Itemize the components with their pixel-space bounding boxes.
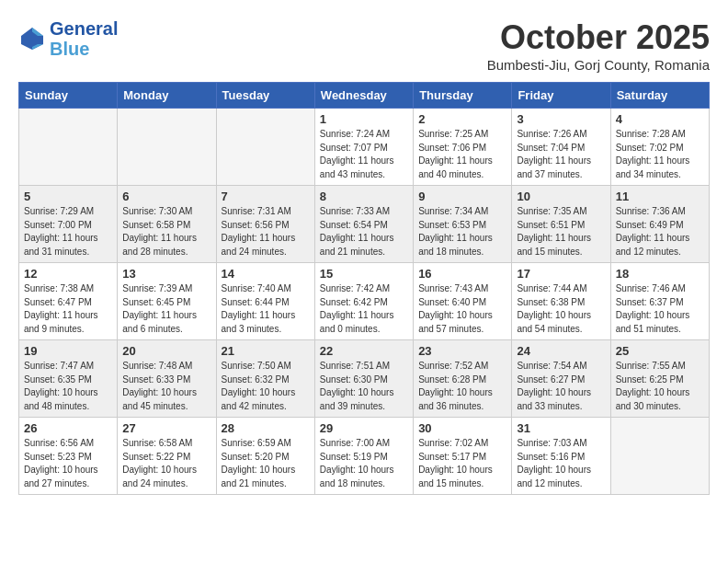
weekday-header-monday: Monday — [118, 83, 216, 109]
day-number: 23 — [418, 344, 506, 358]
weekday-header-tuesday: Tuesday — [216, 83, 314, 109]
day-number: 18 — [616, 267, 704, 281]
day-number: 7 — [222, 190, 310, 203]
week-row-3: 12Sunrise: 7:38 AM Sunset: 6:47 PM Dayli… — [19, 263, 710, 340]
weekday-header-saturday: Saturday — [610, 83, 709, 109]
day-number: 5 — [24, 190, 112, 203]
calendar-cell: 9Sunrise: 7:34 AM Sunset: 6:53 PM Daylig… — [414, 186, 512, 263]
calendar-cell — [610, 418, 709, 495]
day-info: Sunrise: 7:42 AM Sunset: 6:42 PM Dayligh… — [320, 282, 408, 336]
day-info: Sunrise: 7:40 AM Sunset: 6:44 PM Dayligh… — [222, 282, 310, 336]
calendar-cell — [19, 109, 118, 186]
day-info: Sunrise: 7:00 AM Sunset: 5:19 PM Dayligh… — [320, 437, 408, 490]
calendar-cell: 10Sunrise: 7:35 AM Sunset: 6:51 PM Dayli… — [512, 186, 610, 263]
day-number: 31 — [517, 421, 605, 435]
day-number: 12 — [24, 267, 112, 281]
day-number: 19 — [24, 344, 112, 358]
calendar-cell: 27Sunrise: 6:58 AM Sunset: 5:22 PM Dayli… — [118, 418, 216, 495]
day-info: Sunrise: 7:34 AM Sunset: 6:53 PM Dayligh… — [418, 205, 506, 259]
day-info: Sunrise: 7:36 AM Sunset: 6:49 PM Dayligh… — [616, 205, 704, 259]
calendar-cell: 26Sunrise: 6:56 AM Sunset: 5:23 PM Dayli… — [19, 418, 118, 495]
day-info: Sunrise: 7:02 AM Sunset: 5:17 PM Dayligh… — [418, 437, 506, 490]
day-info: Sunrise: 7:25 AM Sunset: 7:06 PM Dayligh… — [418, 128, 506, 181]
day-info: Sunrise: 6:58 AM Sunset: 5:22 PM Dayligh… — [122, 437, 210, 490]
calendar-cell: 14Sunrise: 7:40 AM Sunset: 6:44 PM Dayli… — [216, 263, 314, 340]
location-subtitle: Bumbesti-Jiu, Gorj County, Romania — [487, 57, 710, 73]
calendar-cell: 29Sunrise: 7:00 AM Sunset: 5:19 PM Dayli… — [314, 418, 413, 495]
calendar-cell: 19Sunrise: 7:47 AM Sunset: 6:35 PM Dayli… — [19, 340, 118, 418]
calendar-cell — [216, 109, 314, 186]
day-info: Sunrise: 7:46 AM Sunset: 6:37 PM Dayligh… — [616, 282, 704, 336]
day-info: Sunrise: 7:54 AM Sunset: 6:27 PM Dayligh… — [517, 360, 605, 413]
day-info: Sunrise: 7:31 AM Sunset: 6:56 PM Dayligh… — [222, 205, 310, 259]
calendar-cell: 2Sunrise: 7:25 AM Sunset: 7:06 PM Daylig… — [414, 109, 512, 186]
day-number: 8 — [320, 190, 408, 203]
day-info: Sunrise: 7:43 AM Sunset: 6:40 PM Dayligh… — [418, 282, 506, 336]
day-number: 24 — [517, 344, 605, 358]
calendar-cell: 24Sunrise: 7:54 AM Sunset: 6:27 PM Dayli… — [512, 340, 610, 418]
calendar-cell: 13Sunrise: 7:39 AM Sunset: 6:45 PM Dayli… — [118, 263, 216, 340]
day-info: Sunrise: 7:33 AM Sunset: 6:54 PM Dayligh… — [320, 205, 408, 259]
calendar-cell: 25Sunrise: 7:55 AM Sunset: 6:25 PM Dayli… — [610, 340, 709, 418]
day-number: 17 — [517, 267, 605, 281]
page: General Blue October 2025 Bumbesti-Jiu, … — [0, 0, 728, 513]
day-number: 3 — [517, 112, 605, 126]
calendar-cell: 8Sunrise: 7:33 AM Sunset: 6:54 PM Daylig… — [314, 186, 413, 263]
month-title: October 2025 — [487, 18, 710, 57]
logo-text: General Blue — [50, 18, 118, 59]
day-info: Sunrise: 7:26 AM Sunset: 7:04 PM Dayligh… — [517, 128, 605, 181]
day-info: Sunrise: 7:52 AM Sunset: 6:28 PM Dayligh… — [418, 360, 506, 413]
weekday-header-sunday: Sunday — [19, 83, 118, 109]
day-info: Sunrise: 7:35 AM Sunset: 6:51 PM Dayligh… — [517, 205, 605, 259]
day-info: Sunrise: 7:29 AM Sunset: 7:00 PM Dayligh… — [24, 205, 112, 259]
calendar-table: SundayMondayTuesdayWednesdayThursdayFrid… — [18, 82, 710, 495]
day-number: 14 — [222, 267, 310, 281]
logo: General Blue — [18, 18, 118, 59]
day-info: Sunrise: 7:24 AM Sunset: 7:07 PM Dayligh… — [320, 128, 408, 181]
day-info: Sunrise: 7:51 AM Sunset: 6:30 PM Dayligh… — [320, 360, 408, 413]
day-info: Sunrise: 7:47 AM Sunset: 6:35 PM Dayligh… — [24, 360, 112, 413]
weekday-header-wednesday: Wednesday — [314, 83, 413, 109]
day-info: Sunrise: 7:39 AM Sunset: 6:45 PM Dayligh… — [122, 282, 210, 336]
calendar-cell: 11Sunrise: 7:36 AM Sunset: 6:49 PM Dayli… — [610, 186, 709, 263]
day-info: Sunrise: 7:55 AM Sunset: 6:25 PM Dayligh… — [616, 360, 704, 413]
day-number: 21 — [222, 344, 310, 358]
day-number: 27 — [122, 421, 210, 435]
calendar-cell: 21Sunrise: 7:50 AM Sunset: 6:32 PM Dayli… — [216, 340, 314, 418]
day-number: 9 — [418, 190, 506, 203]
day-info: Sunrise: 7:30 AM Sunset: 6:58 PM Dayligh… — [122, 205, 210, 259]
day-info: Sunrise: 7:38 AM Sunset: 6:47 PM Dayligh… — [24, 282, 112, 336]
calendar-cell: 22Sunrise: 7:51 AM Sunset: 6:30 PM Dayli… — [314, 340, 413, 418]
calendar-cell: 30Sunrise: 7:02 AM Sunset: 5:17 PM Dayli… — [414, 418, 512, 495]
day-number: 20 — [122, 344, 210, 358]
week-row-4: 19Sunrise: 7:47 AM Sunset: 6:35 PM Dayli… — [19, 340, 710, 418]
calendar-cell: 4Sunrise: 7:28 AM Sunset: 7:02 PM Daylig… — [610, 109, 709, 186]
calendar-cell: 3Sunrise: 7:26 AM Sunset: 7:04 PM Daylig… — [512, 109, 610, 186]
day-number: 2 — [418, 112, 506, 126]
header: General Blue October 2025 Bumbesti-Jiu, … — [18, 18, 710, 73]
calendar-cell: 16Sunrise: 7:43 AM Sunset: 6:40 PM Dayli… — [414, 263, 512, 340]
logo-icon — [18, 25, 46, 52]
day-info: Sunrise: 7:48 AM Sunset: 6:33 PM Dayligh… — [122, 360, 210, 413]
week-row-5: 26Sunrise: 6:56 AM Sunset: 5:23 PM Dayli… — [19, 418, 710, 495]
calendar-cell: 17Sunrise: 7:44 AM Sunset: 6:38 PM Dayli… — [512, 263, 610, 340]
day-number: 28 — [222, 421, 310, 435]
day-number: 10 — [517, 190, 605, 203]
calendar-cell — [118, 109, 216, 186]
calendar-cell: 28Sunrise: 6:59 AM Sunset: 5:20 PM Dayli… — [216, 418, 314, 495]
day-number: 13 — [122, 267, 210, 281]
day-number: 25 — [616, 344, 704, 358]
day-number: 16 — [418, 267, 506, 281]
day-info: Sunrise: 6:56 AM Sunset: 5:23 PM Dayligh… — [24, 437, 112, 490]
calendar-cell: 20Sunrise: 7:48 AM Sunset: 6:33 PM Dayli… — [118, 340, 216, 418]
day-number: 6 — [122, 190, 210, 203]
calendar-cell: 6Sunrise: 7:30 AM Sunset: 6:58 PM Daylig… — [118, 186, 216, 263]
day-info: Sunrise: 6:59 AM Sunset: 5:20 PM Dayligh… — [222, 437, 310, 490]
day-info: Sunrise: 7:50 AM Sunset: 6:32 PM Dayligh… — [222, 360, 310, 413]
weekday-header-thursday: Thursday — [414, 83, 512, 109]
calendar-cell: 18Sunrise: 7:46 AM Sunset: 6:37 PM Dayli… — [610, 263, 709, 340]
calendar-cell: 5Sunrise: 7:29 AM Sunset: 7:00 PM Daylig… — [19, 186, 118, 263]
day-info: Sunrise: 7:44 AM Sunset: 6:38 PM Dayligh… — [517, 282, 605, 336]
day-number: 26 — [24, 421, 112, 435]
day-info: Sunrise: 7:03 AM Sunset: 5:16 PM Dayligh… — [517, 437, 605, 490]
